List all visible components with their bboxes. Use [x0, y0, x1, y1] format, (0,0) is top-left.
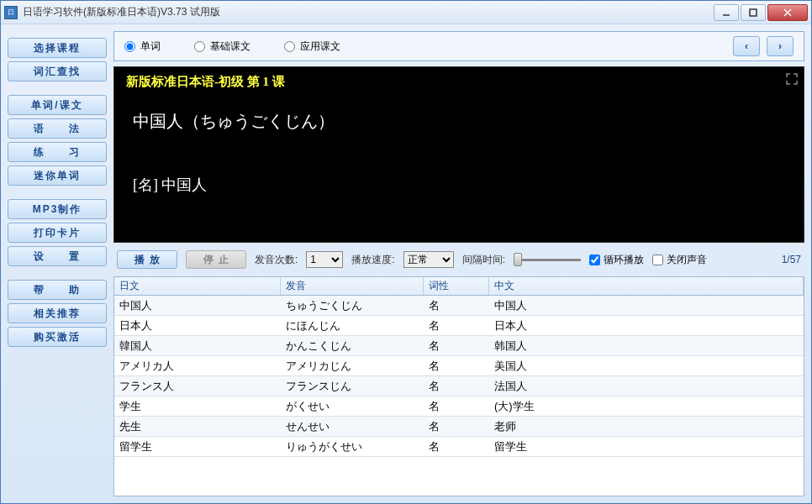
cell-pos: 名: [424, 397, 489, 416]
word-table: 日文 发音 词性 中文 中国人ちゅうごくじん名中国人日本人にほんじん名日本人韓国…: [113, 276, 804, 496]
count-label: 发音次数:: [255, 253, 298, 267]
close-button[interactable]: [767, 4, 808, 21]
cell-jp: 留学生: [114, 438, 281, 456]
cell-pron: にほんじん: [281, 317, 424, 335]
cell-pos: 名: [424, 337, 489, 355]
meaning-display: [名] 中国人: [133, 175, 792, 195]
sidebar-button[interactable]: 迷你单词: [8, 165, 107, 186]
slider-track: [514, 259, 581, 261]
stop-button[interactable]: 停止: [186, 250, 246, 269]
interval-label: 间隔时间:: [462, 253, 505, 267]
cell-pos: 名: [424, 317, 489, 335]
mode-radio-group: 单词基础课文应用课文: [124, 39, 726, 54]
cell-cn: 法国人: [489, 377, 804, 396]
sidebar-button[interactable]: 帮 助: [8, 280, 107, 300]
cell-cn: 日本人: [489, 317, 804, 335]
mode-radio[interactable]: 应用课文: [284, 39, 340, 54]
sidebar-button[interactable]: 练 习: [8, 142, 107, 162]
cell-pos: 名: [424, 417, 489, 436]
cell-pos: 名: [424, 438, 489, 456]
table-header: 日文 发音 词性 中文: [114, 277, 804, 296]
header-japanese[interactable]: 日文: [114, 277, 281, 295]
slider-thumb[interactable]: [514, 253, 522, 266]
table-row[interactable]: 留学生りゅうがくせい名留学生: [114, 437, 804, 457]
mode-radio[interactable]: 单词: [124, 39, 161, 54]
app-window: 日 日语学习软件(新版标准日本语)V3.73 试用版 选择课程词汇查找单词/课文…: [0, 0, 812, 504]
interval-slider[interactable]: [514, 253, 581, 266]
mode-toolbar: 单词基础课文应用课文 ‹ ›: [113, 31, 804, 61]
cell-pron: せんせい: [281, 417, 424, 436]
speed-label: 播放速度:: [351, 253, 394, 267]
window-controls: [714, 4, 808, 21]
table-row[interactable]: 日本人にほんじん名日本人: [114, 316, 804, 336]
prev-button[interactable]: ‹: [733, 36, 760, 56]
speed-select[interactable]: 正常: [403, 251, 454, 268]
table-row[interactable]: 学生がくせい名(大)学生: [114, 396, 804, 417]
cell-jp: アメリカ人: [114, 357, 281, 375]
table-row[interactable]: 先生せんせい名老师: [114, 417, 804, 437]
sidebar-group: 帮 助相关推荐购买激活: [8, 280, 107, 347]
titlebar: 日 日语学习软件(新版标准日本语)V3.73 试用版: [1, 1, 811, 24]
sidebar-button[interactable]: 语 法: [8, 118, 107, 139]
sidebar-button[interactable]: MP3制作: [8, 199, 107, 219]
cell-pron: りゅうがくせい: [281, 438, 424, 456]
cell-pos: 名: [424, 297, 489, 315]
cell-pos: 名: [424, 357, 489, 375]
cell-pron: がくせい: [281, 397, 424, 416]
play-button[interactable]: 播放: [117, 250, 177, 269]
position-counter: 1/57: [782, 254, 801, 265]
table-row[interactable]: フランス人フランスじん名法国人: [114, 376, 804, 396]
table-row[interactable]: 韓国人かんこくじん名韩国人: [114, 336, 804, 356]
next-button[interactable]: ›: [767, 36, 794, 56]
header-chinese[interactable]: 中文: [489, 277, 804, 295]
cell-pron: アメリカじん: [281, 357, 424, 375]
cell-pron: フランスじん: [281, 377, 424, 396]
cell-cn: 留学生: [489, 438, 804, 456]
fullscreen-icon[interactable]: [785, 72, 799, 86]
cell-pos: 名: [424, 377, 489, 396]
cell-cn: 中国人: [489, 297, 804, 315]
cell-cn: 老师: [489, 417, 804, 436]
mode-radio[interactable]: 基础课文: [194, 39, 250, 54]
cell-jp: フランス人: [114, 377, 281, 396]
cell-jp: 日本人: [114, 317, 281, 335]
cell-pron: ちゅうごくじん: [281, 297, 424, 315]
sidebar-button[interactable]: 选择课程: [8, 38, 107, 58]
mute-checkbox[interactable]: 关闭声音: [652, 253, 707, 267]
sidebar-group: 选择课程词汇查找: [8, 38, 107, 81]
table-row[interactable]: アメリカ人アメリカじん名美国人: [114, 356, 804, 376]
app-icon: 日: [4, 6, 18, 19]
sidebar-button[interactable]: 购买激活: [8, 327, 107, 347]
sidebar-button[interactable]: 单词/课文: [8, 95, 107, 115]
word-display: 中国人（ちゅうごくじん）: [133, 110, 792, 133]
sidebar-group: 单词/课文语 法练 习迷你单词: [8, 95, 107, 186]
sidebar-group: MP3制作打印卡片设 置: [8, 199, 107, 266]
sidebar-button[interactable]: 词汇查找: [8, 61, 107, 81]
sidebar: 选择课程词汇查找单词/课文语 法练 习迷你单词MP3制作打印卡片设 置帮 助相关…: [8, 31, 107, 496]
loop-checkbox[interactable]: 循环播放: [589, 253, 644, 267]
cell-jp: 学生: [114, 397, 281, 416]
header-pronunciation[interactable]: 发音: [281, 277, 424, 295]
sidebar-button[interactable]: 设 置: [8, 246, 107, 266]
cell-pron: かんこくじん: [281, 337, 424, 355]
cell-jp: 中国人: [114, 297, 281, 315]
app-body: 选择课程词汇查找单词/课文语 法练 习迷你单词MP3制作打印卡片设 置帮 助相关…: [1, 24, 811, 503]
cell-jp: 韓国人: [114, 337, 281, 355]
sidebar-button[interactable]: 打印卡片: [8, 223, 107, 243]
cell-cn: 美国人: [489, 357, 804, 375]
cell-cn: 韩国人: [489, 337, 804, 355]
header-pos[interactable]: 词性: [424, 277, 489, 295]
svg-rect-1: [750, 9, 757, 16]
count-select[interactable]: 1: [306, 251, 343, 268]
main-content: 单词基础课文应用课文 ‹ › 新版标准日本语-初级 第 1 课 中国人（ちゅうご…: [113, 31, 804, 496]
lesson-title: 新版标准日本语-初级 第 1 课: [126, 74, 792, 90]
sidebar-button[interactable]: 相关推荐: [8, 303, 107, 323]
table-row[interactable]: 中国人ちゅうごくじん名中国人: [114, 296, 804, 316]
maximize-button[interactable]: [741, 4, 766, 21]
minimize-button[interactable]: [714, 4, 739, 21]
cell-jp: 先生: [114, 417, 281, 436]
window-title: 日语学习软件(新版标准日本语)V3.73 试用版: [23, 5, 714, 19]
display-panel: 新版标准日本语-初级 第 1 课 中国人（ちゅうごくじん） [名] 中国人: [113, 66, 804, 243]
table-body[interactable]: 中国人ちゅうごくじん名中国人日本人にほんじん名日本人韓国人かんこくじん名韩国人ア…: [114, 296, 804, 496]
cell-cn: (大)学生: [489, 397, 804, 416]
